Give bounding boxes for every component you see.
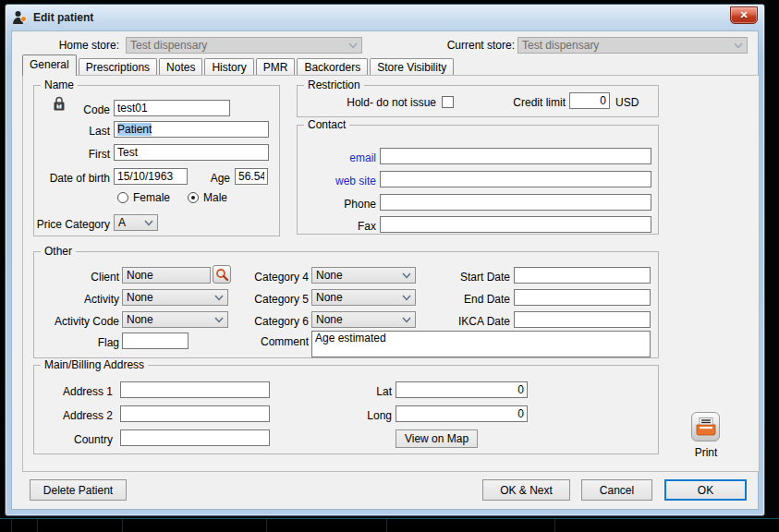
tab-general[interactable]: General [22, 54, 77, 76]
email-label[interactable]: email [298, 150, 376, 166]
category5-select[interactable]: None [311, 289, 416, 306]
close-button[interactable]: ✕ [730, 6, 758, 24]
tab-history[interactable]: History [204, 58, 253, 76]
comment-field[interactable]: Age estimated [311, 331, 651, 357]
address-group: Main/Billing Address Address 1 Address 2… [33, 365, 659, 454]
end-date-field[interactable] [514, 289, 651, 306]
chevron-down-icon [402, 295, 411, 301]
male-radio[interactable]: Male [188, 189, 227, 206]
dialog-body: Home store: Test dispensary Current stor… [11, 30, 759, 510]
male-radio-label: Male [203, 189, 227, 206]
current-store-label: Current store: [428, 37, 515, 54]
print-button[interactable] [691, 412, 720, 441]
activity-code-select[interactable]: None [122, 311, 228, 328]
currency-label: USD [615, 94, 639, 111]
price-category-select[interactable]: A [114, 214, 158, 231]
other-group: Other Client None Activity None Activity [33, 251, 659, 358]
dob-label: Date of birth [34, 170, 110, 187]
general-tab-panel: Name T Code Last Patient First Date of b… [22, 75, 760, 472]
category4-select[interactable]: None [311, 267, 416, 284]
ikca-date-field[interactable] [514, 311, 651, 328]
restriction-group: Restriction Hold- do not issue Credit li… [297, 85, 659, 117]
first-name-field[interactable] [114, 144, 269, 161]
tab-bar: General Prescriptions Notes History PMR … [22, 55, 456, 76]
fax-field[interactable] [380, 216, 651, 233]
flag-field[interactable] [122, 332, 189, 349]
chevron-down-icon [214, 295, 224, 301]
female-radio-label: Female [133, 189, 170, 206]
ok-button[interactable]: OK [664, 479, 747, 501]
credit-limit-label: Credit limit [492, 94, 566, 111]
flag-label: Flag [34, 334, 119, 351]
category5-label: Category 5 [224, 291, 309, 308]
chevron-down-icon [144, 220, 153, 226]
address1-label: Address 1 [34, 383, 113, 400]
selected-text: Patient [117, 123, 152, 136]
home-store-label: Home store: [27, 37, 119, 54]
name-group-legend: Name [41, 79, 78, 91]
category4-label: Category 4 [224, 269, 309, 285]
activity-select[interactable]: None [122, 289, 228, 306]
print-icon [695, 417, 717, 437]
tab-pmr[interactable]: PMR [256, 58, 296, 76]
chevron-down-icon [348, 42, 358, 49]
ikca-date-label: IKCA Date [432, 313, 510, 330]
email-field[interactable] [380, 148, 651, 164]
lat-field[interactable] [396, 381, 528, 398]
address-group-legend: Main/Billing Address [41, 358, 148, 371]
cancel-button[interactable]: Cancel [581, 479, 652, 501]
tab-backorders[interactable]: Backorders [297, 58, 368, 76]
category6-select[interactable]: None [311, 311, 416, 328]
long-label: Long [339, 407, 392, 424]
female-radio[interactable]: Female [117, 189, 170, 206]
tab-store-visibility[interactable]: Store Visibility [370, 58, 454, 76]
credit-limit-field[interactable] [569, 92, 610, 109]
age-field[interactable] [235, 168, 268, 185]
window-title: Edit patient [33, 11, 730, 24]
address1-field[interactable] [120, 381, 270, 398]
lat-label: Lat [339, 383, 392, 400]
client-label: Client [34, 269, 119, 285]
last-name-field[interactable]: Patient [114, 121, 269, 138]
activity-label: Activity [34, 291, 119, 308]
chevron-down-icon [214, 317, 224, 323]
last-name-label: Last [34, 123, 110, 139]
edit-patient-window: Edit patient ✕ Home store: Test dispensa… [5, 4, 765, 516]
chevron-down-icon [402, 317, 411, 323]
titlebar[interactable]: Edit patient ✕ [6, 5, 764, 30]
tab-notes[interactable]: Notes [159, 58, 202, 76]
hold-checkbox[interactable] [442, 96, 454, 108]
website-label[interactable]: web site [298, 173, 376, 189]
delete-patient-button[interactable]: Delete Patient [30, 479, 127, 501]
first-name-label: First [34, 146, 110, 163]
client-field: None [122, 267, 211, 284]
code-field[interactable] [114, 100, 230, 116]
current-store-select: Test dispensary [517, 37, 748, 54]
start-date-label: Start Date [432, 269, 510, 285]
patient-icon [12, 10, 28, 25]
age-label: Age [199, 170, 230, 187]
address2-label: Address 2 [34, 407, 113, 424]
address2-field[interactable] [120, 405, 270, 422]
contact-group-legend: Contact [304, 118, 349, 131]
start-date-field[interactable] [514, 267, 651, 284]
view-on-map-button[interactable]: View on Map [396, 429, 478, 448]
fax-label: Fax [298, 218, 376, 235]
restriction-group-legend: Restriction [304, 79, 364, 91]
male-radio-circle[interactable] [188, 192, 199, 203]
ok-next-button[interactable]: OK & Next [482, 479, 570, 501]
phone-label: Phone [298, 196, 376, 212]
tab-prescriptions[interactable]: Prescriptions [79, 58, 157, 76]
print-label: Print [685, 444, 727, 461]
country-field[interactable] [120, 429, 270, 446]
country-label: Country [34, 431, 113, 448]
name-group: Name T Code Last Patient First Date of b… [33, 85, 280, 236]
phone-field[interactable] [380, 194, 651, 211]
long-field[interactable] [396, 405, 528, 422]
other-group-legend: Other [41, 245, 76, 258]
website-field[interactable] [380, 171, 651, 187]
comment-label: Comment [224, 333, 309, 350]
dob-field[interactable] [114, 168, 188, 185]
activity-code-label: Activity Code [34, 313, 119, 330]
female-radio-circle[interactable] [117, 192, 128, 203]
